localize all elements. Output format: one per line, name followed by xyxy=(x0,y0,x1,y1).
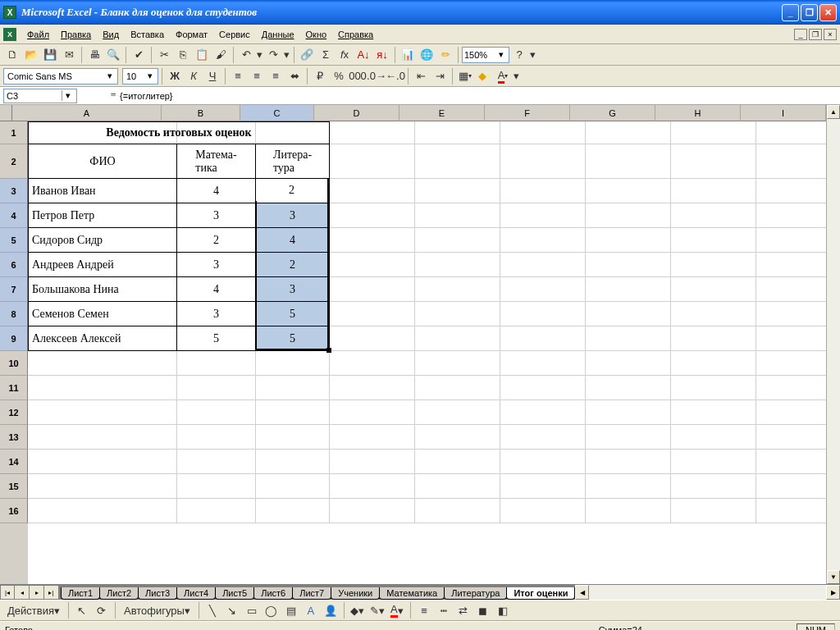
cell[interactable] xyxy=(500,499,586,523)
cell[interactable] xyxy=(330,253,415,277)
row-header-14[interactable]: 14 xyxy=(0,450,28,474)
redo-dd[interactable]: ▾ xyxy=(283,46,290,64)
active-cell[interactable]: 2 xyxy=(256,179,327,201)
cell[interactable] xyxy=(330,376,415,400)
3d-button[interactable]: ◧ xyxy=(494,601,512,619)
mail-button[interactable]: ✉ xyxy=(60,46,78,64)
cell[interactable] xyxy=(330,302,415,326)
preview-button[interactable]: 🔍 xyxy=(104,46,122,64)
cell-math[interactable]: 2 xyxy=(177,228,256,253)
cell[interactable] xyxy=(586,376,671,400)
header-fio[interactable]: ФИО xyxy=(28,144,177,179)
cell[interactable] xyxy=(177,400,256,425)
col-header-E[interactable]: E xyxy=(399,105,485,121)
worksheet-grid[interactable]: ABCDEFGHI 12345678910111213141516 Ведомо… xyxy=(0,105,840,584)
cell[interactable] xyxy=(28,425,177,450)
cell[interactable] xyxy=(330,450,415,474)
menu-file[interactable]: Файл xyxy=(21,27,55,42)
scroll-right-button[interactable]: ▶ xyxy=(826,585,840,600)
cell[interactable] xyxy=(330,351,415,376)
menu-data[interactable]: Данные xyxy=(256,27,300,42)
cell[interactable] xyxy=(415,302,500,326)
cell[interactable] xyxy=(500,121,586,144)
open-button[interactable]: 📂 xyxy=(22,46,40,64)
cell[interactable] xyxy=(330,121,415,144)
cell[interactable] xyxy=(256,400,330,425)
cell[interactable] xyxy=(756,121,826,144)
row-header-15[interactable]: 15 xyxy=(0,474,28,499)
cell[interactable] xyxy=(500,253,586,277)
line-style-button[interactable]: ≡ xyxy=(415,601,433,619)
cell[interactable] xyxy=(256,376,330,400)
cell-math[interactable]: 5 xyxy=(177,326,256,351)
cell-name[interactable]: Андреев Андрей xyxy=(28,253,177,277)
textbox-button[interactable]: ▤ xyxy=(282,601,300,619)
menu-insert[interactable]: Вставка xyxy=(125,27,170,42)
cell[interactable] xyxy=(586,450,671,474)
row-header-11[interactable]: 11 xyxy=(0,376,28,400)
col-header-F[interactable]: F xyxy=(485,105,570,121)
cell[interactable] xyxy=(756,228,826,253)
workbook-icon[interactable]: X xyxy=(3,28,16,41)
shadow-button[interactable]: ◼ xyxy=(474,601,492,619)
vertical-scrollbar[interactable]: ▲ ▼ xyxy=(826,105,840,584)
cell[interactable] xyxy=(671,351,756,376)
col-header-A[interactable]: A xyxy=(12,105,162,121)
cell[interactable] xyxy=(500,144,586,179)
cell[interactable] xyxy=(177,499,256,523)
cell-name[interactable]: Большакова Нина xyxy=(28,277,177,302)
fill-color-draw-button[interactable]: ◆▾ xyxy=(349,601,367,619)
cell[interactable] xyxy=(28,376,177,400)
redo-button[interactable]: ↷ xyxy=(264,46,282,64)
row-header-1[interactable]: 1 xyxy=(0,121,28,144)
row-header-4[interactable]: 4 xyxy=(0,203,28,228)
sheet-tab[interactable]: Итог оценки xyxy=(506,587,575,600)
sheet-tab[interactable]: Лист1 xyxy=(61,587,100,600)
cell[interactable] xyxy=(756,474,826,499)
cell[interactable] xyxy=(177,425,256,450)
cell[interactable] xyxy=(415,474,500,499)
cell[interactable] xyxy=(671,474,756,499)
cell-lit[interactable]: 5 xyxy=(256,302,330,326)
sort-desc-button[interactable]: я↓ xyxy=(373,46,391,64)
cell[interactable] xyxy=(671,302,756,326)
cell[interactable] xyxy=(671,203,756,228)
dec-indent-button[interactable]: ⇤ xyxy=(412,67,430,85)
fx-label[interactable]: = xyxy=(110,89,116,102)
cell[interactable] xyxy=(671,121,756,144)
scroll-down-button[interactable]: ▼ xyxy=(827,570,840,584)
cell[interactable] xyxy=(756,351,826,376)
dash-style-button[interactable]: ┅ xyxy=(435,601,453,619)
cell[interactable] xyxy=(500,277,586,302)
rect-button[interactable]: ▭ xyxy=(243,601,261,619)
menu-tools[interactable]: Сервис xyxy=(213,27,256,42)
bold-button[interactable]: Ж xyxy=(166,67,184,85)
sheet-tab[interactable]: Ученики xyxy=(331,587,380,600)
zoom-combo[interactable]: 150%▾ xyxy=(462,47,509,63)
row-header-9[interactable]: 9 xyxy=(0,326,28,351)
fill-handle[interactable] xyxy=(326,348,331,353)
cell[interactable] xyxy=(586,228,671,253)
cell[interactable] xyxy=(671,277,756,302)
scroll-left-button[interactable]: ◀ xyxy=(575,585,589,600)
arrow-button[interactable]: ↘ xyxy=(223,601,241,619)
cell[interactable] xyxy=(415,203,500,228)
cell-name[interactable]: Петров Петр xyxy=(28,203,177,228)
merge-center-button[interactable]: ⬌ xyxy=(285,67,304,85)
cell[interactable] xyxy=(586,326,671,351)
cut-button[interactable]: ✂ xyxy=(155,46,173,64)
cell[interactable] xyxy=(756,144,826,179)
sheet-prev-button[interactable]: ◂ xyxy=(15,585,30,600)
cell[interactable] xyxy=(671,179,756,203)
cell[interactable] xyxy=(756,179,826,203)
cells-area[interactable]: Ведомость итоговых оценокФИОМатема-тикаЛ… xyxy=(28,121,826,584)
percent-button[interactable]: % xyxy=(330,67,348,85)
cell[interactable] xyxy=(586,302,671,326)
cell[interactable] xyxy=(330,499,415,523)
row-header-7[interactable]: 7 xyxy=(0,277,28,302)
cell[interactable] xyxy=(330,400,415,425)
cell[interactable] xyxy=(500,203,586,228)
cell[interactable] xyxy=(500,326,586,351)
row-header-8[interactable]: 8 xyxy=(0,302,28,326)
cell-lit[interactable]: 3 xyxy=(256,203,330,228)
